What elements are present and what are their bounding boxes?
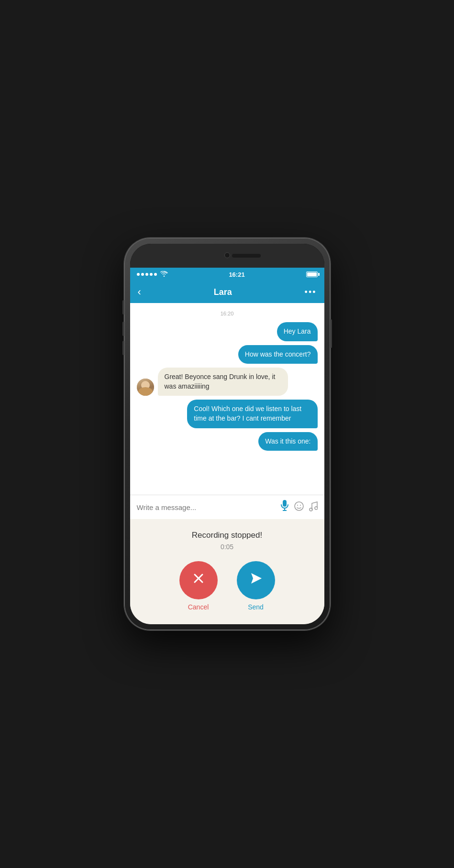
signal-dot-4 bbox=[150, 273, 153, 276]
message-bubble-2: How was the concert? bbox=[238, 345, 318, 364]
message-bubble-3: Great! Beyonce sang Drunk in love, it wa… bbox=[158, 368, 288, 396]
svg-point-5 bbox=[300, 505, 301, 506]
speaker bbox=[232, 254, 261, 258]
app-screen: 16:21 ‹ Lara ••• 16:20 Hey Lara bbox=[130, 268, 324, 624]
svg-rect-0 bbox=[283, 500, 287, 507]
message-bubble-1: Hey Lara bbox=[277, 322, 318, 341]
microphone-icon[interactable] bbox=[280, 500, 289, 514]
message-input[interactable] bbox=[137, 503, 275, 511]
signal-dot-3 bbox=[145, 273, 148, 276]
input-icons bbox=[280, 500, 318, 514]
nav-title: Lara bbox=[214, 287, 232, 297]
nav-bar: ‹ Lara ••• bbox=[130, 281, 324, 303]
more-button[interactable]: ••• bbox=[305, 287, 317, 297]
battery-icon bbox=[306, 271, 318, 277]
cancel-button[interactable] bbox=[179, 561, 218, 599]
send-icon bbox=[248, 571, 264, 590]
svg-marker-10 bbox=[251, 573, 262, 584]
input-area bbox=[130, 495, 324, 519]
send-group: Send bbox=[237, 561, 275, 611]
svg-point-3 bbox=[295, 502, 303, 510]
message-bubble-5: Was it this one: bbox=[258, 432, 317, 451]
send-label: Send bbox=[248, 603, 264, 611]
message-row: How was the concert? bbox=[137, 345, 318, 364]
cancel-group: Cancel bbox=[179, 561, 218, 611]
message-row: Cool! Which one did we listen to last ti… bbox=[137, 400, 318, 428]
chat-timestamp: 16:20 bbox=[137, 311, 318, 316]
contact-avatar bbox=[137, 379, 154, 396]
signal-dot-5 bbox=[154, 273, 157, 276]
battery-fill bbox=[307, 272, 317, 276]
message-row: Hey Lara bbox=[137, 322, 318, 341]
avatar-image bbox=[137, 379, 154, 396]
signal-dot-1 bbox=[137, 273, 140, 276]
cancel-label: Cancel bbox=[188, 603, 209, 611]
signal-dot-2 bbox=[141, 273, 144, 276]
message-row: Great! Beyonce sang Drunk in love, it wa… bbox=[137, 368, 318, 396]
recording-panel: Recording stopped! 0:05 Cancel bbox=[130, 519, 324, 624]
message-row: Was it this one: bbox=[137, 432, 318, 451]
music-icon[interactable] bbox=[309, 501, 318, 514]
phone-screen: 16:21 ‹ Lara ••• 16:20 Hey Lara bbox=[130, 244, 324, 624]
cancel-icon bbox=[191, 571, 206, 590]
message-bubble-4: Cool! Which one did we listen to last ti… bbox=[187, 400, 317, 428]
emoji-icon[interactable] bbox=[294, 501, 304, 514]
recording-time: 0:05 bbox=[221, 543, 233, 551]
status-time: 16:21 bbox=[229, 271, 244, 278]
svg-point-4 bbox=[297, 505, 298, 506]
recording-title: Recording stopped! bbox=[192, 531, 262, 540]
phone-device: 16:21 ‹ Lara ••• 16:20 Hey Lara bbox=[124, 238, 330, 630]
signal-area bbox=[137, 271, 168, 278]
camera bbox=[224, 252, 230, 258]
phone-top-bar bbox=[130, 244, 324, 268]
wifi-icon bbox=[160, 271, 168, 278]
chat-area: 16:20 Hey Lara How was the concert? Grea… bbox=[130, 303, 324, 495]
send-button[interactable] bbox=[237, 561, 275, 599]
back-button[interactable]: ‹ bbox=[138, 286, 141, 298]
status-bar: 16:21 bbox=[130, 268, 324, 281]
recording-buttons: Cancel Send bbox=[179, 561, 275, 611]
